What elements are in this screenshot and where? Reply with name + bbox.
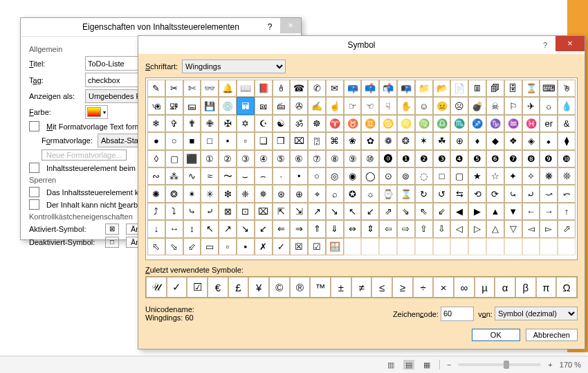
symbol-cell[interactable]: ◯ (361, 167, 379, 185)
read-mode-icon[interactable]: ▥ (385, 360, 396, 370)
symbol-cell[interactable]: ❑ (255, 132, 273, 149)
symbol-cell[interactable]: ✂ (165, 80, 183, 97)
symbol-cell[interactable]: 📄 (450, 80, 468, 97)
symbol-cell[interactable]: ⁂ (165, 167, 183, 185)
symbol-cell[interactable]: ☯ (273, 115, 291, 132)
symbol-cell[interactable]: ⇕ (361, 220, 379, 237)
symbol-cell[interactable]: 🖰 (558, 80, 576, 97)
print-layout-icon[interactable]: ▤ (403, 360, 414, 370)
von-select[interactable]: Symbol (dezimal) (495, 307, 578, 320)
symbol-cell[interactable]: ↖ (201, 220, 219, 237)
symbol-cell[interactable]: ∙ (273, 167, 291, 185)
symbol-cell[interactable]: ◈ (522, 132, 540, 149)
symbol-cell[interactable]: ↑ (558, 203, 576, 220)
checkbox[interactable] (29, 199, 39, 210)
symbol-cell[interactable]: ▭ (201, 238, 219, 255)
symbol-cell[interactable]: 📪 (344, 80, 362, 97)
symbol-cell[interactable]: ☪ (255, 115, 273, 132)
symbol-cell[interactable]: ● (147, 132, 165, 149)
recent-symbol-cell[interactable]: ∞ (454, 277, 475, 298)
symbol-cell[interactable]: ☸ (308, 115, 326, 132)
symbol-cell[interactable]: ⟲ (468, 185, 486, 202)
symbol-cell[interactable]: ⤻ (540, 185, 558, 202)
checkbox[interactable] (29, 187, 39, 197)
symbol-cell[interactable]: ✶ (415, 132, 433, 149)
symbol-cell[interactable]: 📫 (361, 80, 379, 97)
symbol-cell[interactable]: ♉ (344, 115, 362, 132)
symbol-cell[interactable]: ⇗ (379, 203, 397, 220)
symbol-cell[interactable]: 💧 (558, 97, 576, 114)
symbol-cell[interactable]: ⌨ (540, 80, 558, 97)
symbol-cell[interactable]: ❋ (540, 167, 558, 185)
symbol-cell[interactable]: ⇦ (379, 220, 397, 237)
symbol-cell[interactable]: 🔔 (219, 80, 237, 97)
symbol-cell[interactable]: ⇐ (273, 220, 291, 237)
symbol-cell[interactable]: ♌ (397, 115, 415, 132)
symbol-cell[interactable]: ⓿ (379, 150, 397, 167)
symbol-cell[interactable]: ✈ (522, 97, 540, 114)
recent-symbol-cell[interactable]: ✓ (167, 277, 187, 298)
symbol-cell[interactable]: ⤴ (147, 203, 165, 220)
symbol-cell[interactable]: ☼ (540, 97, 558, 114)
symbol-cell[interactable]: □ (433, 167, 451, 185)
symbol-cell[interactable]: ↙ (255, 220, 273, 237)
symbol-cell[interactable]: ❹ (450, 150, 468, 167)
symbol-cell[interactable]: ⌛ (397, 185, 415, 202)
symbol-cell[interactable]: ☜ (361, 97, 379, 114)
zoom-out-button[interactable]: − (447, 361, 451, 369)
symbol-cell[interactable]: ⌘ (326, 132, 344, 149)
recent-symbol-cell[interactable]: π (536, 277, 557, 298)
symbol-cell[interactable]: ⇩ (433, 220, 451, 237)
symbol-cell[interactable]: ③ (237, 150, 255, 167)
symbol-cell[interactable]: ○ (165, 132, 183, 149)
recent-symbol-cell[interactable]: © (269, 277, 290, 298)
symbol-cell[interactable]: ❼ (504, 150, 522, 167)
symbol-cell[interactable]: 🖭 (255, 97, 273, 114)
schriftart-select[interactable]: Wingdings (182, 60, 286, 73)
recent-symbol-cell[interactable]: 𝒰 (146, 277, 167, 298)
close-button[interactable]: × (280, 18, 301, 33)
symbol-cell[interactable]: 🕯 (273, 80, 291, 97)
symbol-cell[interactable]: ☟ (379, 97, 397, 114)
symbol-cell[interactable]: ☆ (486, 167, 504, 185)
symbol-cell[interactable]: ☠ (486, 97, 504, 114)
symbol-cell[interactable]: ✞ (165, 115, 183, 132)
recent-symbol-cell[interactable]: ÷ (413, 277, 434, 298)
symbol-cell[interactable]: ◀ (450, 203, 468, 220)
symbol-cell[interactable]: ⊚ (397, 167, 415, 185)
symbol-cell[interactable]: ✎ (147, 80, 165, 97)
symbol-cell[interactable]: ❂ (397, 132, 415, 149)
recent-symbol-cell[interactable]: ☑ (187, 277, 208, 298)
symbol-cell[interactable]: ❷ (415, 150, 433, 167)
symbol-cell[interactable]: ⬂ (165, 238, 183, 255)
symbol-cell[interactable]: ⊙ (379, 167, 397, 185)
symbol-cell[interactable]: ♦ (468, 132, 486, 149)
symbol-cell[interactable]: ⇙ (433, 203, 451, 220)
symbol-cell[interactable]: ⊛ (273, 185, 291, 202)
symbol-cell[interactable]: ✳ (201, 185, 219, 202)
zoom-slider[interactable] (458, 363, 541, 366)
recent-symbol-cell[interactable]: β (515, 277, 536, 298)
symbol-cell[interactable]: ♎ (433, 115, 451, 132)
symbol-cell[interactable]: ❸ (433, 150, 451, 167)
symbol-cell[interactable]: ← (522, 203, 540, 220)
symbol-cell[interactable]: ▫ (219, 238, 237, 255)
symbol-cell[interactable]: ⌧ (255, 203, 273, 220)
symbol-cell[interactable]: ◎ (326, 167, 344, 185)
symbol-cell[interactable]: ☘ (433, 132, 451, 149)
symbol-cell[interactable]: ◅ (522, 220, 540, 237)
symbol-cell[interactable]: ⬛ (183, 150, 201, 167)
web-layout-icon[interactable]: ▦ (421, 360, 432, 370)
symbol-cell[interactable]: 📁 (415, 80, 433, 97)
symbol-cell[interactable]: ⇒ (290, 220, 308, 237)
symbol-cell[interactable]: ❾ (540, 150, 558, 167)
symbol-cell[interactable]: ⤷ (183, 203, 201, 220)
symbol-cell[interactable]: ⬥ (540, 132, 558, 149)
zeichencode-input[interactable] (441, 307, 474, 321)
symbol-cell[interactable]: ♏ (450, 115, 468, 132)
symbol-cell[interactable]: ① (201, 150, 219, 167)
symbol-cell[interactable]: ❻ (486, 150, 504, 167)
symbol-cell[interactable]: ❂ (165, 185, 183, 202)
symbol-cell[interactable]: 💿 (219, 97, 237, 114)
symbol-cell[interactable]: ⤺ (558, 185, 576, 202)
